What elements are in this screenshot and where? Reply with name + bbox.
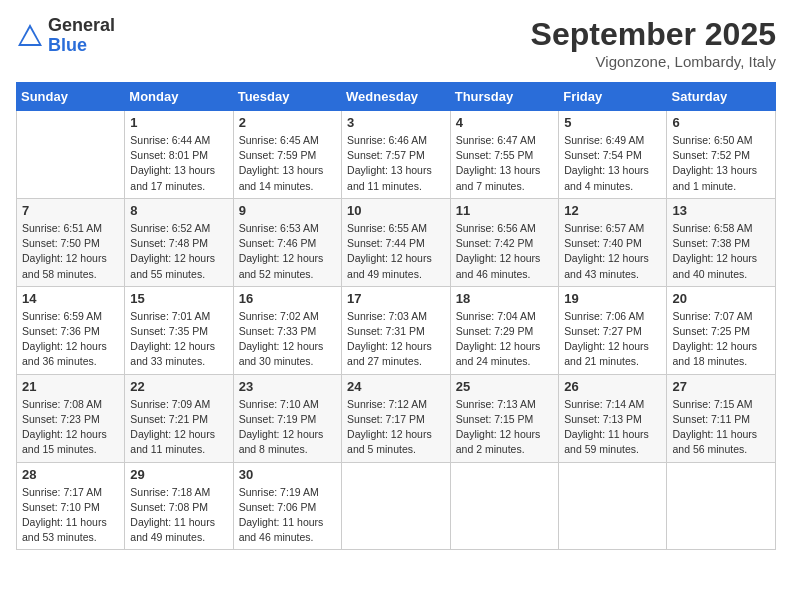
calendar-week-row: 21 Sunrise: 7:08 AMSunset: 7:23 PMDaylig… xyxy=(17,374,776,462)
cell-info: Sunrise: 7:12 AMSunset: 7:17 PMDaylight:… xyxy=(347,397,445,458)
calendar-header-row: SundayMondayTuesdayWednesdayThursdayFrid… xyxy=(17,83,776,111)
weekday-header: Wednesday xyxy=(342,83,451,111)
weekday-header: Monday xyxy=(125,83,233,111)
weekday-header: Thursday xyxy=(450,83,558,111)
calendar-cell xyxy=(667,462,776,550)
day-number: 4 xyxy=(456,115,553,130)
calendar-cell: 8 Sunrise: 6:52 AMSunset: 7:48 PMDayligh… xyxy=(125,198,233,286)
cell-info: Sunrise: 7:10 AMSunset: 7:19 PMDaylight:… xyxy=(239,397,336,458)
day-number: 3 xyxy=(347,115,445,130)
cell-info: Sunrise: 7:04 AMSunset: 7:29 PMDaylight:… xyxy=(456,309,553,370)
cell-info: Sunrise: 7:13 AMSunset: 7:15 PMDaylight:… xyxy=(456,397,553,458)
cell-info: Sunrise: 6:50 AMSunset: 7:52 PMDaylight:… xyxy=(672,133,770,194)
day-number: 10 xyxy=(347,203,445,218)
cell-info: Sunrise: 6:58 AMSunset: 7:38 PMDaylight:… xyxy=(672,221,770,282)
logo-blue-text: Blue xyxy=(48,35,87,55)
weekday-header: Tuesday xyxy=(233,83,341,111)
calendar-cell: 19 Sunrise: 7:06 AMSunset: 7:27 PMDaylig… xyxy=(559,286,667,374)
day-number: 12 xyxy=(564,203,661,218)
day-number: 1 xyxy=(130,115,227,130)
logo-general-text: General xyxy=(48,15,115,35)
calendar-cell: 25 Sunrise: 7:13 AMSunset: 7:15 PMDaylig… xyxy=(450,374,558,462)
calendar-cell: 17 Sunrise: 7:03 AMSunset: 7:31 PMDaylig… xyxy=(342,286,451,374)
cell-info: Sunrise: 7:01 AMSunset: 7:35 PMDaylight:… xyxy=(130,309,227,370)
calendar-cell: 5 Sunrise: 6:49 AMSunset: 7:54 PMDayligh… xyxy=(559,111,667,199)
calendar-cell: 6 Sunrise: 6:50 AMSunset: 7:52 PMDayligh… xyxy=(667,111,776,199)
cell-info: Sunrise: 6:53 AMSunset: 7:46 PMDaylight:… xyxy=(239,221,336,282)
logo-icon xyxy=(16,22,44,50)
calendar-cell: 18 Sunrise: 7:04 AMSunset: 7:29 PMDaylig… xyxy=(450,286,558,374)
day-number: 15 xyxy=(130,291,227,306)
calendar-cell xyxy=(17,111,125,199)
day-number: 17 xyxy=(347,291,445,306)
cell-info: Sunrise: 6:46 AMSunset: 7:57 PMDaylight:… xyxy=(347,133,445,194)
calendar-cell: 11 Sunrise: 6:56 AMSunset: 7:42 PMDaylig… xyxy=(450,198,558,286)
weekday-header: Sunday xyxy=(17,83,125,111)
day-number: 11 xyxy=(456,203,553,218)
cell-info: Sunrise: 7:17 AMSunset: 7:10 PMDaylight:… xyxy=(22,485,119,546)
day-number: 16 xyxy=(239,291,336,306)
cell-info: Sunrise: 6:45 AMSunset: 7:59 PMDaylight:… xyxy=(239,133,336,194)
calendar-cell: 29 Sunrise: 7:18 AMSunset: 7:08 PMDaylig… xyxy=(125,462,233,550)
cell-info: Sunrise: 6:57 AMSunset: 7:40 PMDaylight:… xyxy=(564,221,661,282)
cell-info: Sunrise: 6:56 AMSunset: 7:42 PMDaylight:… xyxy=(456,221,553,282)
day-number: 8 xyxy=(130,203,227,218)
calendar-cell: 27 Sunrise: 7:15 AMSunset: 7:11 PMDaylig… xyxy=(667,374,776,462)
calendar-cell: 22 Sunrise: 7:09 AMSunset: 7:21 PMDaylig… xyxy=(125,374,233,462)
calendar-cell xyxy=(559,462,667,550)
cell-info: Sunrise: 7:14 AMSunset: 7:13 PMDaylight:… xyxy=(564,397,661,458)
calendar-cell: 7 Sunrise: 6:51 AMSunset: 7:50 PMDayligh… xyxy=(17,198,125,286)
calendar-cell: 1 Sunrise: 6:44 AMSunset: 8:01 PMDayligh… xyxy=(125,111,233,199)
day-number: 25 xyxy=(456,379,553,394)
weekday-header: Saturday xyxy=(667,83,776,111)
day-number: 18 xyxy=(456,291,553,306)
calendar-cell: 20 Sunrise: 7:07 AMSunset: 7:25 PMDaylig… xyxy=(667,286,776,374)
weekday-header: Friday xyxy=(559,83,667,111)
day-number: 13 xyxy=(672,203,770,218)
logo: General Blue xyxy=(16,16,115,56)
calendar-cell: 16 Sunrise: 7:02 AMSunset: 7:33 PMDaylig… xyxy=(233,286,341,374)
cell-info: Sunrise: 6:52 AMSunset: 7:48 PMDaylight:… xyxy=(130,221,227,282)
day-number: 21 xyxy=(22,379,119,394)
cell-info: Sunrise: 7:08 AMSunset: 7:23 PMDaylight:… xyxy=(22,397,119,458)
page-header: General Blue September 2025 Vigonzone, L… xyxy=(16,16,776,70)
cell-info: Sunrise: 7:09 AMSunset: 7:21 PMDaylight:… xyxy=(130,397,227,458)
calendar-week-row: 1 Sunrise: 6:44 AMSunset: 8:01 PMDayligh… xyxy=(17,111,776,199)
cell-info: Sunrise: 7:06 AMSunset: 7:27 PMDaylight:… xyxy=(564,309,661,370)
day-number: 30 xyxy=(239,467,336,482)
cell-info: Sunrise: 7:03 AMSunset: 7:31 PMDaylight:… xyxy=(347,309,445,370)
month-title: September 2025 xyxy=(531,16,776,53)
calendar-cell: 26 Sunrise: 7:14 AMSunset: 7:13 PMDaylig… xyxy=(559,374,667,462)
calendar-table: SundayMondayTuesdayWednesdayThursdayFrid… xyxy=(16,82,776,550)
day-number: 29 xyxy=(130,467,227,482)
calendar-cell: 12 Sunrise: 6:57 AMSunset: 7:40 PMDaylig… xyxy=(559,198,667,286)
day-number: 2 xyxy=(239,115,336,130)
day-number: 20 xyxy=(672,291,770,306)
cell-info: Sunrise: 6:51 AMSunset: 7:50 PMDaylight:… xyxy=(22,221,119,282)
day-number: 9 xyxy=(239,203,336,218)
calendar-cell: 13 Sunrise: 6:58 AMSunset: 7:38 PMDaylig… xyxy=(667,198,776,286)
day-number: 28 xyxy=(22,467,119,482)
calendar-cell xyxy=(342,462,451,550)
cell-info: Sunrise: 6:49 AMSunset: 7:54 PMDaylight:… xyxy=(564,133,661,194)
calendar-cell: 9 Sunrise: 6:53 AMSunset: 7:46 PMDayligh… xyxy=(233,198,341,286)
cell-info: Sunrise: 7:02 AMSunset: 7:33 PMDaylight:… xyxy=(239,309,336,370)
day-number: 22 xyxy=(130,379,227,394)
calendar-cell: 3 Sunrise: 6:46 AMSunset: 7:57 PMDayligh… xyxy=(342,111,451,199)
day-number: 6 xyxy=(672,115,770,130)
calendar-cell: 15 Sunrise: 7:01 AMSunset: 7:35 PMDaylig… xyxy=(125,286,233,374)
cell-info: Sunrise: 6:47 AMSunset: 7:55 PMDaylight:… xyxy=(456,133,553,194)
calendar-cell: 14 Sunrise: 6:59 AMSunset: 7:36 PMDaylig… xyxy=(17,286,125,374)
cell-info: Sunrise: 6:59 AMSunset: 7:36 PMDaylight:… xyxy=(22,309,119,370)
calendar-cell: 24 Sunrise: 7:12 AMSunset: 7:17 PMDaylig… xyxy=(342,374,451,462)
day-number: 23 xyxy=(239,379,336,394)
day-number: 24 xyxy=(347,379,445,394)
calendar-cell: 10 Sunrise: 6:55 AMSunset: 7:44 PMDaylig… xyxy=(342,198,451,286)
calendar-cell: 4 Sunrise: 6:47 AMSunset: 7:55 PMDayligh… xyxy=(450,111,558,199)
day-number: 27 xyxy=(672,379,770,394)
location-subtitle: Vigonzone, Lombardy, Italy xyxy=(531,53,776,70)
cell-info: Sunrise: 7:19 AMSunset: 7:06 PMDaylight:… xyxy=(239,485,336,546)
title-block: September 2025 Vigonzone, Lombardy, Ital… xyxy=(531,16,776,70)
calendar-week-row: 28 Sunrise: 7:17 AMSunset: 7:10 PMDaylig… xyxy=(17,462,776,550)
cell-info: Sunrise: 7:15 AMSunset: 7:11 PMDaylight:… xyxy=(672,397,770,458)
